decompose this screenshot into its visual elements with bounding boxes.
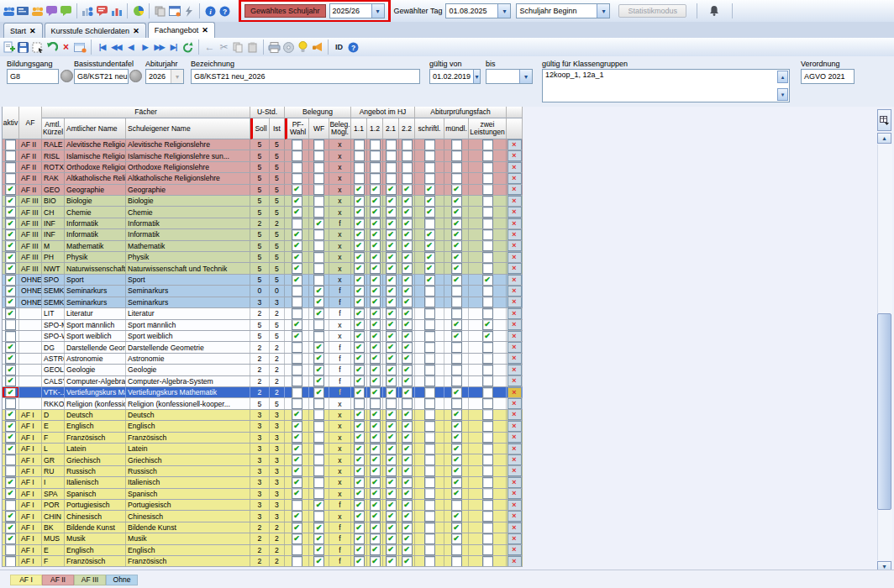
zwei-leistungen-checkbox[interactable] [482,511,493,521]
hj-2-1-checkbox[interactable]: ✔ [386,433,397,443]
tab-close-icon[interactable]: ✕ [202,26,208,34]
muendl-checkbox[interactable] [451,365,462,375]
wf-checkbox[interactable] [313,252,324,262]
hj-1-1-checkbox[interactable]: ✔ [354,489,365,499]
wf-checkbox[interactable] [313,185,324,195]
wf-checkbox[interactable] [313,433,324,443]
hj-2-2-checkbox[interactable]: ✔ [402,376,413,386]
hj-1-2-checkbox[interactable]: ✔ [370,252,381,262]
column-header-1-1[interactable]: 1.1 [351,118,367,139]
pf-wahl-checkbox[interactable] [292,500,302,510]
nav-prev-icon[interactable]: ◀ [124,40,138,55]
muendl-checkbox[interactable] [451,173,462,183]
delete-row-button[interactable]: × [507,241,522,251]
zwei-leistungen-checkbox[interactable] [482,365,493,375]
table-row-RKKO...[interactable]: RKKO...Religion (konfessionel...Religion… [3,398,523,409]
table-row-D[interactable]: ✔AF IDDeutschDeutsch33✔x✔✔✔✔✔× [3,410,523,421]
hj-2-2-checkbox[interactable]: ✔ [402,511,413,521]
zwei-leistungen-checkbox[interactable] [482,263,493,273]
column-header-2-1[interactable]: 2.1 [383,118,399,139]
hj-1-2-checkbox[interactable]: ✔ [370,500,381,510]
hj-2-2-checkbox[interactable]: ✔ [402,218,413,228]
hj-1-2-checkbox[interactable]: ✔ [370,410,381,420]
hj-1-2-checkbox[interactable]: ✔ [370,308,381,318]
pf-wahl-checkbox[interactable]: ✔ [292,511,302,521]
hj-2-1-checkbox[interactable]: ✔ [386,533,397,543]
hj-2-1-checkbox[interactable]: ✔ [386,556,397,566]
schoolyear-begin-dropdown-button[interactable]: ▾ [597,4,609,18]
hj-1-2-checkbox[interactable]: ✔ [370,263,381,273]
pf-wahl-checkbox[interactable]: ✔ [292,252,302,262]
zwei-leistungen-checkbox[interactable] [482,466,493,476]
gueltig-von-dropdown-button[interactable]: ▾ [473,70,480,83]
aktiv-checkbox[interactable]: ✔ [5,410,16,420]
hj-1-1-checkbox[interactable] [354,150,365,160]
pf-wahl-checkbox[interactable]: ✔ [292,489,302,499]
hj-2-2-checkbox[interactable]: ✔ [402,263,413,273]
table-row-GR[interactable]: AF IGRGriechischGriechisch33✔x✔✔✔✔✔× [3,454,523,465]
paste-icon[interactable] [245,40,260,55]
hj-1-2-checkbox[interactable]: ✔ [370,241,381,251]
table-row-F[interactable]: AF IFFranzösischFranzösisch22✔f✔✔✔✔× [3,556,523,567]
copy-pages-icon[interactable] [153,4,167,18]
hj-2-2-checkbox[interactable]: ✔ [402,320,413,330]
schriftl-checkbox[interactable] [424,454,435,465]
users-orange-icon[interactable] [30,4,45,18]
delete-row-button[interactable]: × [507,150,522,160]
muendl-checkbox[interactable]: ✔ [451,421,462,431]
tab-close-icon[interactable]: ✕ [133,27,139,35]
muendl-checkbox[interactable]: ✔ [451,263,462,273]
column-header-zwei-leistungen[interactable]: zwei Leistungen [469,118,507,139]
hj-2-1-checkbox[interactable]: ✔ [386,545,397,555]
users-blue-icon[interactable] [2,4,16,18]
table-row-L[interactable]: ✔AF ILLateinLatein33✔x✔✔✔✔✔× [3,444,523,454]
hj-2-1-checkbox[interactable]: ✔ [386,522,397,533]
zwei-leistungen-checkbox[interactable] [482,185,493,195]
muendl-checkbox[interactable]: ✔ [451,331,462,341]
wf-checkbox[interactable] [313,466,324,476]
delete-icon[interactable]: × [59,40,73,55]
new-record-icon[interactable] [2,40,16,55]
muendl-checkbox[interactable]: ✔ [451,241,462,251]
wf-checkbox[interactable] [313,173,324,183]
hj-1-1-checkbox[interactable]: ✔ [354,522,365,533]
hj-1-1-checkbox[interactable]: ✔ [354,342,365,352]
muendl-checkbox[interactable] [451,500,462,510]
schriftl-checkbox[interactable] [424,477,435,487]
hj-2-2-checkbox[interactable]: ✔ [402,421,413,431]
aktiv-checkbox[interactable] [5,398,16,408]
console-icon[interactable] [16,4,30,18]
tab-kursstufe-schuelerdaten[interactable]: Kursstufe Schülerdaten✕ [45,23,146,38]
hj-2-2-checkbox[interactable]: ✔ [402,241,413,251]
pf-wahl-checkbox[interactable] [292,398,302,408]
pf-wahl-checkbox[interactable] [292,387,302,397]
hj-2-2-checkbox[interactable]: ✔ [402,185,413,195]
zwei-leistungen-checkbox[interactable] [482,500,493,510]
wf-checkbox[interactable] [313,150,324,160]
wf-checkbox[interactable]: ✔ [313,376,324,386]
column-header-soll[interactable]: Soll [250,118,270,139]
delete-row-button[interactable]: × [507,229,522,239]
zwei-leistungen-checkbox[interactable] [482,410,493,420]
zwei-leistungen-checkbox[interactable] [482,454,493,465]
delete-row-button[interactable]: × [507,185,522,195]
column-header-muendl[interactable]: mündl. [444,118,469,139]
aktiv-checkbox[interactable]: ✔ [5,421,16,431]
hj-1-2-checkbox[interactable]: ✔ [370,511,381,521]
pf-wahl-checkbox[interactable] [292,218,302,228]
aktiv-checkbox[interactable] [5,139,16,150]
zwei-leistungen-checkbox[interactable] [482,308,493,318]
schriftl-checkbox[interactable]: ✔ [424,196,435,206]
aktiv-checkbox[interactable]: ✔ [5,252,16,262]
delete-row-button[interactable]: × [507,500,522,510]
schriftl-checkbox[interactable] [424,218,435,228]
muendl-checkbox[interactable]: ✔ [451,533,462,543]
hj-1-1-checkbox[interactable]: ✔ [354,286,365,296]
bulb-icon[interactable] [296,40,310,55]
hj-2-1-checkbox[interactable]: ✔ [386,185,397,195]
hj-2-1-checkbox[interactable]: ✔ [386,410,397,420]
person-chart-icon[interactable] [81,4,95,18]
basisstundentafel-picker-button[interactable] [129,70,142,82]
column-header-aktiv[interactable]: aktiv [3,107,19,139]
hj-1-1-checkbox[interactable]: ✔ [354,545,365,555]
